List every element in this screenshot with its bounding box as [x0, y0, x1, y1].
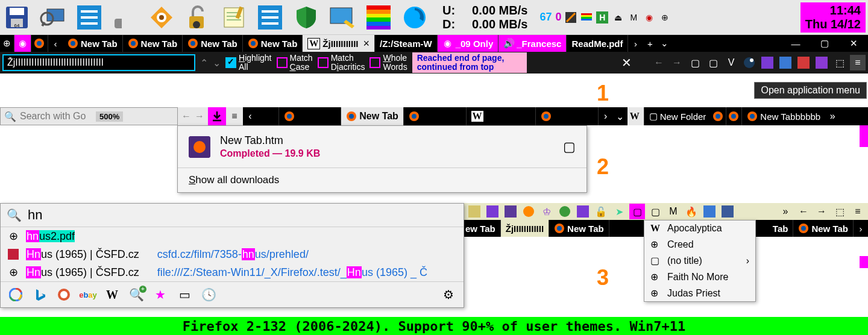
bm-wiki-icon[interactable]: W [627, 107, 644, 125]
fx3-tab-0[interactable]: ew Tab [461, 220, 501, 237]
url-input[interactable] [28, 207, 458, 223]
tab-scroll-right[interactable]: › [854, 220, 868, 237]
show-all-downloads[interactable]: Show all downloads [178, 168, 587, 192]
bm-overflow-icon[interactable]: » [825, 107, 840, 125]
tray-zero-icon[interactable]: 0 [555, 11, 561, 23]
ext-a-icon[interactable] [467, 204, 482, 219]
url-suggestion-2[interactable]: ⊕ Hnus (1965) | ČSFD.cz file:///Z:/Steam… [1, 263, 464, 281]
nav-back-icon[interactable]: ← [181, 111, 191, 122]
tab-close-icon[interactable]: × [363, 37, 370, 50]
folder-active-icon[interactable]: ▢ [629, 204, 645, 219]
fx1-tab-7[interactable]: 🔊_Francesc [498, 35, 567, 52]
fx1-tab-2[interactable]: New Tab [183, 35, 243, 52]
save-floppy-icon[interactable]: 64 [2, 3, 31, 32]
bm-item-1[interactable]: ⊕Creed [644, 236, 755, 252]
tab-scroll-left[interactable]: ‹ [48, 35, 63, 52]
tab-pinned-globe[interactable]: ⊕ [0, 35, 14, 52]
search-monitor-icon[interactable] [39, 3, 68, 32]
tray-m-icon[interactable]: M [627, 11, 640, 23]
search-box[interactable]: 🔍 500% [0, 107, 178, 125]
find-close-icon[interactable]: ✕ [618, 55, 634, 70]
search-input[interactable] [20, 111, 92, 122]
fx2-tab-2-active[interactable]: New Tab [341, 107, 404, 125]
bm-item-3[interactable]: ⊕Faith No More [644, 269, 755, 285]
window-maximize[interactable]: ▢ [810, 35, 839, 52]
tray-red-icon[interactable]: ◉ [643, 11, 655, 23]
tray-app1-icon[interactable] [565, 11, 577, 23]
app-menu-button[interactable]: ≡ [850, 55, 866, 70]
find-diacritics[interactable]: MatchDiacritics [318, 54, 365, 72]
tab-scroll-left[interactable]: ‹ [243, 107, 257, 125]
ext3-icon[interactable] [814, 55, 829, 70]
tray-usb-icon[interactable]: ⏏ [612, 11, 624, 23]
fx2-tab-3[interactable]: New Tab [404, 107, 467, 125]
fx1-tab-4-active[interactable]: WŽjIIIIIIIIIII× [303, 35, 375, 52]
tray-count-icon[interactable]: 67 [539, 11, 552, 23]
fx3-tab-2[interactable]: New Tab [549, 220, 609, 237]
ext1-icon[interactable] [778, 55, 793, 70]
ext-fire-icon[interactable]: 🔥 [684, 204, 699, 219]
ext2-icon[interactable] [796, 55, 811, 70]
find-whole-words[interactable]: WholeWords [370, 54, 407, 72]
gog-icon[interactable] [760, 55, 775, 70]
ext-send-icon[interactable]: ➤ [611, 204, 627, 219]
config-blue-icon[interactable] [75, 3, 104, 32]
ext-lock-icon[interactable]: 🔓 [593, 204, 609, 219]
zoom-badge[interactable]: 500% [96, 111, 123, 122]
find-match-case[interactable]: MatchCase [277, 54, 313, 72]
ext-e-icon[interactable] [575, 204, 591, 219]
scrollbar[interactable] [860, 256, 868, 268]
rainbow-icon[interactable] [364, 3, 393, 32]
bing-icon[interactable] [32, 287, 48, 302]
tabs-icon[interactable]: ▭ [177, 287, 192, 302]
ext-b-icon[interactable] [503, 204, 518, 219]
ext-gog-icon[interactable] [485, 204, 500, 219]
tab-list-icon[interactable]: ⌄ [613, 107, 627, 125]
notes-pencil-icon[interactable] [219, 3, 248, 32]
ext-d-icon[interactable] [557, 204, 573, 219]
ext-f-icon[interactable] [702, 204, 717, 219]
overflow-icon[interactable]: » [778, 204, 793, 219]
steam-icon[interactable] [741, 55, 757, 70]
nav-back-icon[interactable]: ← [796, 204, 811, 219]
nav-back-icon[interactable]: ← [651, 55, 667, 70]
url-suggestion-0[interactable]: ⊕ hnus2.pdf [1, 227, 464, 245]
find-highlight-all[interactable]: HighlightAll [225, 54, 272, 72]
menu-icon[interactable]: ≡ [226, 107, 243, 125]
url-suggestion-1[interactable]: Hnus (1965) | ČSFD.cz csfd.cz/film/7358-… [1, 245, 464, 263]
fx2-tab-0[interactable]: ab [257, 107, 279, 125]
tray-globe-icon[interactable]: ⊕ [659, 11, 671, 23]
duckduckgo-icon[interactable] [56, 287, 72, 302]
fx1-tab-5[interactable]: /Z:/Steam-W [375, 35, 438, 52]
bookmark-star-icon[interactable]: ★ [153, 287, 168, 302]
tray-rainbow-icon[interactable] [580, 11, 593, 23]
new-tab-button[interactable]: + [643, 35, 657, 52]
history-icon[interactable]: 🕓 [201, 287, 216, 302]
nav-fwd-icon[interactable]: → [669, 55, 685, 70]
padlock-open-icon[interactable] [183, 3, 212, 32]
nav-fwd-icon[interactable]: → [195, 111, 204, 122]
folder1-icon[interactable]: ▢ [687, 55, 703, 70]
ext-g-icon[interactable] [720, 204, 735, 219]
v-icon[interactable]: V [723, 55, 739, 70]
fx2-tab-5[interactable]: New Tab [536, 107, 599, 125]
downloads-button[interactable] [208, 107, 226, 125]
fx3-tab-4[interactable]: New Tab [793, 220, 854, 237]
tab-list-button[interactable]: ⌄ [657, 35, 671, 52]
download-open-folder-icon[interactable]: ▢ [563, 139, 576, 155]
bookmark-long[interactable]: New Tabbbbbb [742, 107, 825, 125]
bm-fx1-icon[interactable] [711, 107, 726, 125]
ebay-icon[interactable]: ebay [80, 287, 96, 302]
tab-pinned-fx[interactable] [31, 35, 48, 52]
folder2-icon[interactable]: ▢ [705, 55, 721, 70]
folder-icon[interactable]: ▢ [647, 204, 663, 219]
taskbar-clock[interactable]: 11:44 Thu 14/12 [800, 2, 866, 33]
fx2-tab-1[interactable]: New Tab [279, 107, 342, 125]
config-blue2-icon[interactable] [256, 3, 285, 32]
bookmark-folder[interactable]: ▢New Folder [644, 107, 711, 125]
app-menu-icon[interactable]: ≡ [850, 204, 866, 219]
download-item[interactable]: New Tab.htm Completed — 19.9 KB ▢ [178, 126, 587, 168]
display-arrow-icon[interactable] [328, 3, 357, 32]
eye-orange-icon[interactable] [147, 3, 176, 32]
extensions-icon[interactable]: ⬚ [832, 204, 848, 219]
